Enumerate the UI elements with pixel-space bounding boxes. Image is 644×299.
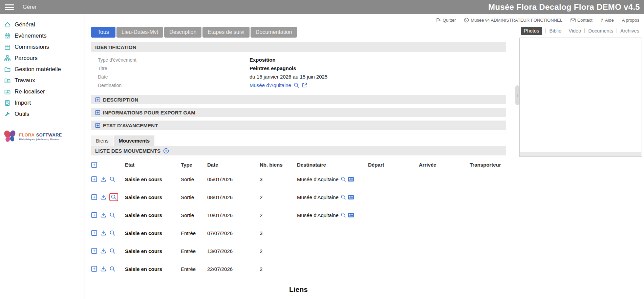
- etat-avancement-section-header[interactable]: ETAT D'AVANCEMENT: [91, 121, 506, 130]
- row-actions: [91, 230, 125, 236]
- sidebar-item-travaux[interactable]: Travaux: [0, 75, 85, 86]
- current-user[interactable]: Musée v4 ADMINISTRATEUR FONCTIONNEL: [464, 18, 562, 23]
- cell-date: 07/07/2026: [207, 230, 260, 236]
- export-gam-section-header[interactable]: INFORMATIONS POUR EXPORT GAM: [91, 108, 506, 117]
- subtab-mouvements[interactable]: Mouvements: [114, 135, 155, 146]
- sidebar-item-gestion-materielle[interactable]: Gestion matérielle: [0, 64, 85, 75]
- media-panel: Photos Biblio Vidéo Documents Archives ‹: [519, 23, 644, 299]
- destinataire-card-icon[interactable]: [348, 177, 354, 181]
- cell-type: Entrée: [181, 266, 207, 272]
- sidebar-item-general[interactable]: Général: [0, 19, 85, 30]
- application-window: Gérer Musée Flora Decalog Flora DEMO v4.…: [0, 0, 644, 299]
- destination-open-icon[interactable]: [302, 82, 307, 88]
- quit-link[interactable]: Quitter: [436, 18, 456, 23]
- search-icon[interactable]: [111, 194, 117, 200]
- panel-collapse-handle[interactable]: ‹: [515, 85, 519, 105]
- tab-documentation[interactable]: Documentation: [251, 27, 297, 38]
- hamburger-menu-icon[interactable]: [5, 4, 14, 10]
- media-tab-photos[interactable]: Photos: [521, 27, 542, 35]
- col-destinataire: Destinataire: [297, 162, 368, 168]
- download-icon[interactable]: [100, 248, 106, 254]
- row-actions: [91, 248, 125, 254]
- sitemap-icon: [4, 55, 11, 62]
- destinataire-card-icon[interactable]: [348, 195, 354, 199]
- media-tab-video[interactable]: Vidéo: [568, 28, 581, 34]
- sidebar-item-evenements[interactable]: Evènements: [0, 30, 85, 41]
- add-sub-button[interactable]: [91, 266, 97, 272]
- sidebar-item-label: Outils: [15, 111, 29, 118]
- about-link[interactable]: A propos: [622, 18, 639, 23]
- sidebar-item-label: Général: [15, 21, 35, 28]
- field-label: Titre: [98, 66, 250, 71]
- col-depart: Départ: [368, 162, 419, 168]
- download-icon[interactable]: [100, 194, 106, 200]
- add-sub-button[interactable]: [91, 212, 97, 218]
- tab-lieu-dates-mvt[interactable]: Lieu-Dates-Mvt: [116, 27, 163, 38]
- download-icon[interactable]: [100, 266, 106, 272]
- search-icon[interactable]: [109, 212, 115, 218]
- quit-label: Quitter: [443, 18, 456, 23]
- search-icon[interactable]: [109, 266, 115, 272]
- sidebar-item-relocaliser[interactable]: Re-localiser: [0, 86, 85, 97]
- cell-nb-biens: 2: [260, 266, 297, 272]
- search-icon[interactable]: [109, 248, 115, 254]
- user-label: Musée v4 ADMINISTRATEUR FONCTIONNEL: [471, 18, 562, 23]
- cell-type: Sortie: [181, 194, 207, 200]
- tab-description[interactable]: Description: [164, 27, 201, 38]
- sidebar-item-parcours[interactable]: Parcours: [0, 52, 85, 64]
- media-tab-documents[interactable]: Documents: [588, 28, 613, 34]
- folder-arrow-icon: [4, 77, 11, 84]
- destination-link[interactable]: Musée d'Aquitaine: [250, 82, 291, 88]
- destination-search-icon[interactable]: [294, 82, 299, 88]
- media-tab-biblio[interactable]: Biblio: [550, 28, 561, 34]
- about-label: A propos: [622, 18, 639, 23]
- expand-plus-icon[interactable]: [95, 110, 100, 115]
- sidebar-item-commissions[interactable]: Commissions: [0, 41, 85, 52]
- add-sub-button[interactable]: [91, 194, 97, 200]
- destinataire-search-icon[interactable]: [341, 176, 346, 182]
- section-title: DESCRIPTION: [103, 97, 138, 103]
- user-icon: [464, 18, 469, 23]
- add-mouvement-icon[interactable]: [163, 148, 169, 154]
- menu-label[interactable]: Gérer: [23, 4, 37, 10]
- tab-tous[interactable]: Tous: [91, 27, 115, 38]
- top-header: Gérer Musée Flora Decalog Flora DEMO v4.…: [0, 0, 644, 14]
- download-icon[interactable]: [100, 212, 106, 218]
- search-icon[interactable]: [109, 176, 115, 182]
- add-sub-button[interactable]: [91, 248, 97, 254]
- field-value: Exposition: [250, 57, 276, 63]
- expand-plus-icon[interactable]: [95, 97, 100, 102]
- mouvements-table-header: Etat Type Date Nb. biens Destinataire Dé…: [91, 159, 506, 170]
- col-nb-biens: Nb. biens: [260, 162, 297, 168]
- cell-nb-biens: 3: [260, 176, 297, 182]
- destinataire-search-icon[interactable]: [341, 194, 346, 200]
- search-icon[interactable]: [109, 230, 115, 236]
- sidebar-item-label: Re-localiser: [15, 88, 45, 95]
- col-type: Type: [181, 162, 207, 168]
- expand-plus-icon[interactable]: [95, 123, 100, 128]
- download-icon[interactable]: [100, 230, 106, 236]
- cell-etat: Saisie en cours: [125, 230, 181, 236]
- media-tab-archives[interactable]: Archives: [620, 28, 639, 34]
- contact-link[interactable]: Contact: [571, 18, 593, 23]
- download-icon[interactable]: [100, 176, 106, 182]
- destinataire-name: Musée d'Aquitaine: [297, 176, 339, 182]
- sidebar-item-label: Evènements: [15, 33, 47, 39]
- cell-type: Sortie: [181, 176, 207, 182]
- description-section-header[interactable]: DESCRIPTION: [91, 95, 506, 104]
- tab-separator: [565, 28, 565, 33]
- add-sub-button[interactable]: [91, 230, 97, 236]
- cell-etat: Saisie en cours: [125, 194, 181, 200]
- subtab-biens[interactable]: Biens: [91, 135, 113, 146]
- destinataire-search-icon[interactable]: [341, 212, 346, 218]
- add-sub-button[interactable]: [91, 176, 97, 182]
- cell-destinataire: Musée d'Aquitaine: [297, 176, 368, 182]
- add-row-button[interactable]: [91, 162, 97, 168]
- sidebar-item-import[interactable]: Import: [0, 97, 85, 108]
- help-link[interactable]: ? Aide: [601, 18, 614, 23]
- sidebar: Général Evènements Commissions Parcours …: [0, 14, 85, 299]
- sidebar-item-outils[interactable]: Outils: [0, 108, 85, 120]
- destinataire-card-icon[interactable]: [348, 213, 354, 217]
- tab-etapes-de-suivi[interactable]: Etapes de suivi: [202, 27, 250, 38]
- main-content: Tous Lieu-Dates-Mvt Description Etapes d…: [85, 23, 519, 299]
